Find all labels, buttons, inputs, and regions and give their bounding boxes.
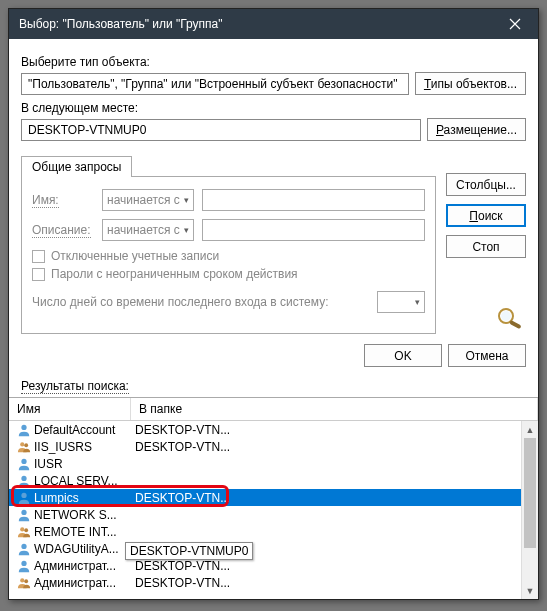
svg-point-12 xyxy=(21,543,26,548)
search-button[interactable]: Поиск xyxy=(446,204,526,227)
table-row[interactable]: LOCAL SERV... xyxy=(9,472,538,489)
chevron-down-icon: ▾ xyxy=(184,195,189,205)
name-input[interactable] xyxy=(202,189,425,211)
results-label: Результаты поиска: xyxy=(9,377,538,397)
window-title: Выбор: "Пользователь" или "Группа" xyxy=(19,17,492,31)
grid-header: Имя В папке xyxy=(9,398,538,421)
tab-panel: Имя: начинается с▾ Описание: начинается … xyxy=(21,176,436,334)
scroll-down-arrow[interactable]: ▼ xyxy=(522,582,538,599)
object-type-field: "Пользователь", "Группа" или "Встроенный… xyxy=(21,73,409,95)
chevron-down-icon: ▾ xyxy=(415,297,420,307)
cancel-button[interactable]: Отмена xyxy=(448,344,526,367)
checkbox-box xyxy=(32,250,45,263)
table-row[interactable]: Администрат...DESKTOP-VTN... xyxy=(9,574,538,591)
dialog-actions: OK Отмена xyxy=(9,334,538,377)
description-match-combo[interactable]: начинается с▾ xyxy=(102,219,194,241)
side-buttons: Столбцы... Поиск Стоп xyxy=(446,171,526,330)
column-header-folder[interactable]: В папке xyxy=(131,398,538,420)
object-types-button[interactable]: Типы объектов... xyxy=(415,72,526,95)
svg-point-15 xyxy=(24,579,28,583)
dialog-content: Выберите тип объекта: "Пользователь", "Г… xyxy=(9,39,538,334)
locations-button[interactable]: Размещение... xyxy=(427,118,526,141)
scroll-up-arrow[interactable]: ▲ xyxy=(522,421,538,438)
stop-button[interactable]: Стоп xyxy=(446,235,526,258)
no-expiry-checkbox[interactable]: Пароли с неограниченным сроком действия xyxy=(32,267,425,281)
column-header-name[interactable]: Имя xyxy=(9,398,131,420)
days-since-label: Число дней со времени последнего входа в… xyxy=(32,295,369,309)
svg-point-3 xyxy=(21,424,26,429)
close-button[interactable] xyxy=(492,9,538,39)
svg-point-6 xyxy=(21,458,26,463)
description-label: Описание: xyxy=(32,223,94,237)
table-row[interactable]: WDAGUtilityA...DESKTOP-VTN... xyxy=(9,540,538,557)
table-row[interactable]: REMOTE INT... xyxy=(9,523,538,540)
titlebar: Выбор: "Пользователь" или "Группа" xyxy=(9,9,538,39)
vertical-scrollbar[interactable]: ▲ ▼ xyxy=(521,421,538,599)
location-label: В следующем месте: xyxy=(21,101,526,115)
svg-point-10 xyxy=(20,527,24,531)
chevron-down-icon: ▾ xyxy=(184,225,189,235)
table-row[interactable]: NETWORK S... xyxy=(9,506,538,523)
name-label: Имя: xyxy=(32,193,94,207)
svg-point-9 xyxy=(21,509,26,514)
object-type-label: Выберите тип объекта: xyxy=(21,55,526,69)
search-icon xyxy=(494,306,526,330)
grid-body[interactable]: DefaultAccountDESKTOP-VTN...IIS_IUSRSDES… xyxy=(9,421,538,599)
description-input[interactable] xyxy=(202,219,425,241)
svg-point-1 xyxy=(501,311,511,321)
ok-button[interactable]: OK xyxy=(364,344,442,367)
table-row[interactable]: IUSR xyxy=(9,455,538,472)
svg-point-5 xyxy=(24,443,28,447)
columns-button[interactable]: Столбцы... xyxy=(446,173,526,196)
days-since-combo[interactable]: ▾ xyxy=(377,291,425,313)
table-row[interactable]: LumpicsDESKTOP-VTN... xyxy=(9,489,538,506)
svg-point-13 xyxy=(21,560,26,565)
scroll-thumb[interactable] xyxy=(524,438,536,548)
table-row[interactable]: DefaultAccountDESKTOP-VTN... xyxy=(9,421,538,438)
svg-point-7 xyxy=(21,475,26,480)
tooltip: DESKTOP-VTNMUP0 xyxy=(125,542,253,560)
tab-common-queries[interactable]: Общие запросы xyxy=(21,156,132,177)
svg-point-8 xyxy=(21,492,26,497)
results-grid: Имя В папке DefaultAccountDESKTOP-VTN...… xyxy=(9,397,538,599)
table-row[interactable]: Администрат...DESKTOP-VTN... xyxy=(9,557,538,574)
dialog-window: Выбор: "Пользователь" или "Группа" Выбер… xyxy=(8,8,539,600)
close-icon xyxy=(509,18,521,30)
checkbox-box xyxy=(32,268,45,281)
svg-point-11 xyxy=(24,528,28,532)
svg-rect-2 xyxy=(509,320,521,329)
svg-point-4 xyxy=(20,442,24,446)
location-field: DESKTOP-VTNMUP0 xyxy=(21,119,421,141)
name-match-combo[interactable]: начинается с▾ xyxy=(102,189,194,211)
tabs: Общие запросы Имя: начинается с▾ Описани… xyxy=(21,155,436,334)
table-row[interactable]: IIS_IUSRSDESKTOP-VTN... xyxy=(9,438,538,455)
disabled-accounts-checkbox[interactable]: Отключенные учетные записи xyxy=(32,249,425,263)
svg-point-14 xyxy=(20,578,24,582)
